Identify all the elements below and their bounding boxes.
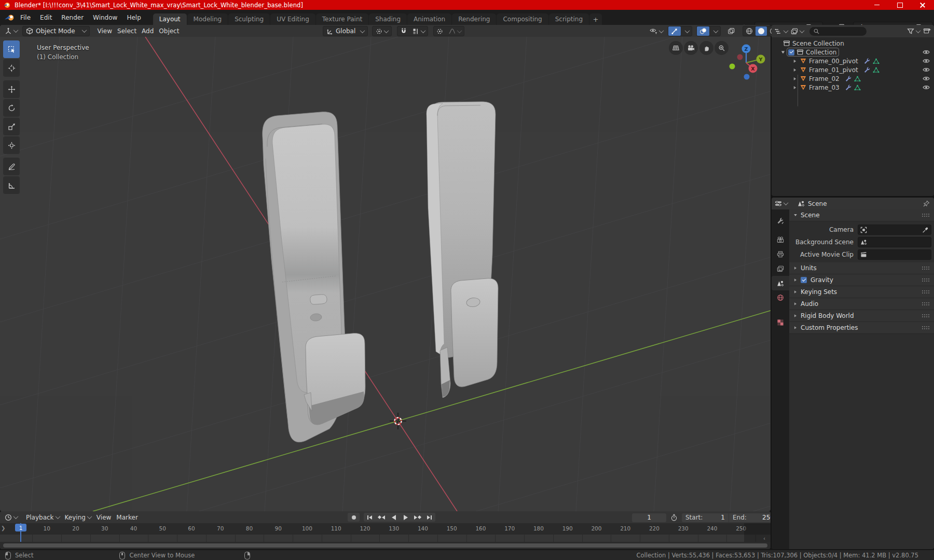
tool-cursor[interactable]	[3, 59, 20, 77]
outliner-row-scene-collection[interactable]: Scene Collection	[772, 39, 934, 48]
search-text-input[interactable]	[820, 27, 858, 35]
menu-edit[interactable]: Edit	[35, 12, 57, 23]
menu-view[interactable]: View	[95, 26, 115, 36]
pin-icon[interactable]	[923, 200, 930, 207]
navigation-gizmo[interactable]: Z Y X	[725, 39, 769, 82]
tab-layout[interactable]: Layout	[153, 13, 187, 25]
axis-z-ball[interactable]: Z	[742, 45, 751, 53]
current-frame-badge[interactable]: 1	[15, 524, 26, 531]
drag-handle-icon[interactable]	[922, 266, 930, 270]
gizmo-dropdown[interactable]	[681, 26, 692, 36]
modifier-wrench-icon[interactable]	[845, 84, 851, 91]
end-frame-field[interactable]: End: 250	[729, 513, 771, 522]
axis-x-ball[interactable]: X	[749, 64, 758, 73]
pivot-point-dropdown[interactable]	[372, 26, 392, 36]
overlays-dropdown[interactable]	[709, 26, 720, 36]
visibility-eye-icon[interactable]	[923, 58, 930, 64]
mesh-data-icon[interactable]	[873, 58, 880, 64]
outliner-row-object[interactable]: Frame_01_pivot	[772, 65, 934, 74]
tab-compositing[interactable]: Compositing	[497, 13, 548, 25]
expand-arrow-icon[interactable]	[794, 86, 796, 89]
timeline-editor-type-button[interactable]	[2, 513, 20, 522]
drag-handle-icon[interactable]	[922, 314, 930, 318]
panel-audio-header[interactable]: Audio	[789, 298, 934, 310]
smart-lock-object-right[interactable]	[427, 102, 498, 398]
tab-texture[interactable]	[772, 315, 789, 330]
close-button[interactable]	[911, 0, 934, 10]
object-visibility-dropdown[interactable]	[647, 26, 666, 36]
menu-file[interactable]: File	[16, 12, 35, 23]
visibility-eye-icon[interactable]	[923, 67, 930, 73]
tab-scene[interactable]	[772, 276, 789, 290]
panel-units-header[interactable]: Units	[789, 262, 934, 274]
modifier-wrench-icon[interactable]	[863, 58, 870, 64]
snap-toggle[interactable]	[397, 26, 410, 36]
mode-dropdown[interactable]: Object Mode	[22, 26, 90, 36]
mesh-data-icon[interactable]	[854, 85, 861, 91]
drag-handle-icon[interactable]	[922, 326, 930, 330]
blender-logo-icon[interactable]	[4, 13, 16, 22]
auto-keyframe-button[interactable]	[348, 513, 360, 522]
tab-animation[interactable]: Animation	[407, 13, 451, 25]
collapse-arrow-icon[interactable]: ‹	[763, 536, 765, 541]
outliner-row-object[interactable]: Frame_03	[772, 83, 934, 92]
collection-checkbox[interactable]	[788, 49, 794, 55]
axis-minus-z-ball[interactable]	[744, 74, 750, 80]
tab-modeling[interactable]: Modeling	[187, 13, 228, 25]
menu-render[interactable]: Render	[57, 12, 88, 23]
tool-select-box[interactable]	[3, 40, 20, 58]
toggle-grid-button[interactable]	[669, 41, 683, 55]
display-mode-dropdown[interactable]	[789, 26, 805, 36]
modifier-wrench-icon[interactable]	[845, 75, 851, 82]
outliner-row-object[interactable]: Frame_00_pivot	[772, 57, 934, 65]
play-button[interactable]	[400, 513, 411, 522]
expand-arrow-icon[interactable]	[794, 77, 796, 80]
next-keyframe-button[interactable]	[411, 513, 423, 522]
mesh-data-icon[interactable]	[854, 76, 861, 82]
shading-solid-button[interactable]	[756, 26, 767, 36]
show-gizmo-toggle[interactable]	[668, 26, 681, 36]
mesh-data-icon[interactable]	[873, 67, 880, 73]
tab-uv-editing[interactable]: UV Editing	[270, 13, 315, 25]
drag-handle-icon[interactable]	[922, 278, 930, 282]
background-scene-field[interactable]	[858, 237, 931, 247]
jump-to-start-button[interactable]	[364, 513, 376, 522]
modifier-wrench-icon[interactable]	[863, 66, 870, 73]
collapse-arrow-icon[interactable]	[781, 51, 785, 53]
outliner-search-input[interactable]	[809, 27, 867, 36]
shading-wireframe-button[interactable]	[743, 26, 756, 36]
add-workspace-button[interactable]: +	[589, 13, 602, 25]
xray-toggle[interactable]	[725, 26, 737, 36]
current-frame-field[interactable]: 1	[632, 513, 666, 522]
start-frame-field[interactable]: Start: 1	[682, 513, 729, 522]
tab-rendering[interactable]: Rendering	[452, 13, 496, 25]
gravity-checkbox[interactable]	[801, 277, 807, 283]
outliner-editor-type-button[interactable]	[773, 26, 789, 36]
menu-window[interactable]: Window	[88, 12, 122, 23]
expand-arrow-icon[interactable]	[794, 68, 796, 72]
smart-lock-object-left[interactable]	[263, 112, 365, 442]
camera-view-button[interactable]	[684, 41, 698, 55]
drag-handle-icon[interactable]	[922, 290, 930, 294]
timeline-scrollbar[interactable]	[0, 542, 771, 549]
axis-minus-x-ball[interactable]	[737, 54, 743, 60]
expand-arrow-icon[interactable]	[794, 60, 796, 63]
snap-target-dropdown[interactable]	[410, 26, 428, 36]
tab-sculpting[interactable]: Sculpting	[228, 13, 270, 25]
tab-view-layer[interactable]	[772, 261, 789, 276]
pan-view-button[interactable]	[699, 41, 713, 55]
tab-render[interactable]	[772, 232, 789, 247]
timeline-ticks[interactable]	[0, 535, 771, 542]
camera-field[interactable]	[858, 225, 931, 235]
panel-gravity-header[interactable]: Gravity	[789, 274, 934, 286]
3d-viewport[interactable]: User Perspective (1) Collection	[0, 37, 771, 511]
outliner-row-collection[interactable]: Collection	[772, 48, 934, 57]
visibility-eye-icon[interactable]	[923, 49, 930, 55]
show-overlays-toggle[interactable]	[697, 26, 709, 36]
menu-help[interactable]: Help	[122, 12, 145, 23]
scrollbar-thumb[interactable]	[3, 543, 767, 548]
panel-scene-header[interactable]: Scene	[789, 209, 934, 221]
menu-marker[interactable]: Marker	[114, 513, 140, 522]
orientation-dropdown[interactable]: Global	[323, 26, 368, 36]
editor-type-button[interactable]	[2, 26, 20, 36]
